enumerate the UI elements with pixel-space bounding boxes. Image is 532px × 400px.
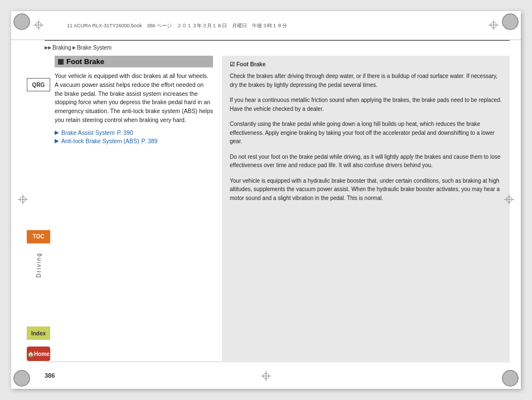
abs-page: P. 389 xyxy=(141,138,157,144)
body-text: Your vehicle is equipped with disc brake… xyxy=(55,72,213,125)
note-check-icon: ☑ xyxy=(230,61,235,67)
link-item-2: ▶ Anti-lock Brake System (ABS) P. 389 xyxy=(55,138,213,144)
breadcrumb-arrows: ▶▶ xyxy=(45,45,51,50)
note-para-5: Your vehicle is equipped with a hydrauli… xyxy=(230,177,502,203)
main-content: Foot Brake Your vehicle is equipped with… xyxy=(55,56,510,361)
note-title: Foot Brake xyxy=(236,61,265,67)
breadcrumb: ▶▶ Braking ▶ Brake System xyxy=(45,45,112,51)
corner-circle-bl xyxy=(13,370,30,387)
corner-circle-br xyxy=(502,370,519,387)
note-para-1: Check the brakes after driving through d… xyxy=(230,72,502,89)
page-number: 386 xyxy=(45,372,55,379)
note-para-2: If you hear a continuous metallic fricti… xyxy=(230,96,502,113)
index-button[interactable]: Index xyxy=(27,326,50,340)
home-button[interactable]: 🏠 Home xyxy=(27,347,50,361)
crosshair-mid-right xyxy=(503,193,515,207)
breadcrumb-item2: Brake System xyxy=(77,45,112,51)
link-item-1: ▶ Brake Assist System P. 390 xyxy=(55,129,213,136)
page: 11 ACURA RLX-31TY26000.book 386 ページ ２０１３… xyxy=(11,11,521,389)
crosshair-mid-left xyxy=(17,193,29,207)
bottom-rule xyxy=(45,362,510,362)
corner-circle-tl xyxy=(13,13,30,30)
home-label: Home xyxy=(34,351,50,357)
toc-button[interactable]: TOC xyxy=(27,230,50,243)
crosshair-bottom-center xyxy=(260,370,272,383)
qrg-button[interactable]: QRG xyxy=(27,78,50,91)
brake-assist-link[interactable]: Brake Assist System xyxy=(61,129,115,136)
brake-assist-page: P. 390 xyxy=(117,129,133,136)
link-arrow-2: ▶ xyxy=(55,138,59,144)
crosshair-left xyxy=(32,19,45,32)
section-title-bar: Foot Brake xyxy=(55,56,213,67)
header-text: 11 ACURA RLX-31TY26000.book 386 ページ ２０１３… xyxy=(67,22,287,29)
breadcrumb-item1: Braking xyxy=(52,45,71,51)
header-bar: 11 ACURA RLX-31TY26000.book 386 ページ ２０１３… xyxy=(11,11,521,40)
left-column: Foot Brake Your vehicle is equipped with… xyxy=(55,56,222,361)
top-rule xyxy=(45,40,510,41)
home-icon: 🏠 xyxy=(27,351,34,357)
abs-link[interactable]: Anti-lock Brake System (ABS) xyxy=(61,138,139,144)
title-icon xyxy=(58,59,64,65)
right-column: ☑ Foot Brake Check the brakes after driv… xyxy=(222,56,510,361)
breadcrumb-arrow2: ▶ xyxy=(72,45,76,50)
link-arrow-1: ▶ xyxy=(55,129,59,135)
driving-label: Driving xyxy=(36,252,42,277)
note-para-4: Do not rest your foot on the brake pedal… xyxy=(230,153,502,170)
note-header: ☑ Foot Brake xyxy=(230,61,502,67)
crosshair-right xyxy=(487,19,500,32)
note-para-3: Constantly using the brake pedal while g… xyxy=(230,120,502,146)
left-sidebar: QRG TOC Driving Index 🏠 Home xyxy=(22,56,55,361)
corner-circle-tr xyxy=(502,13,519,30)
section-title: Foot Brake xyxy=(66,57,104,66)
